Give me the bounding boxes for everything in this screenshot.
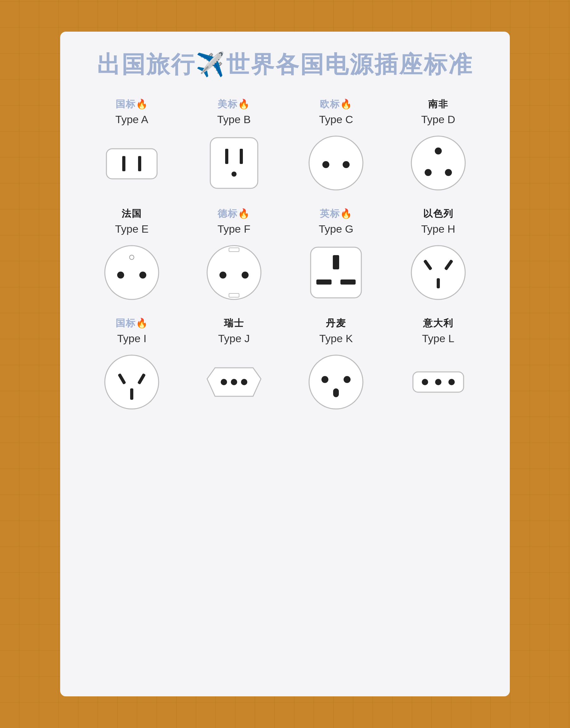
svg-rect-26 (340, 279, 356, 284)
region-h: 以色列 (423, 207, 454, 220)
svg-rect-5 (240, 149, 243, 164)
outlet-c-svg (304, 131, 368, 195)
outlet-type-c: 欧标🔥 Type C (290, 98, 382, 195)
type-i-label: Type I (117, 332, 147, 345)
svg-point-11 (435, 147, 442, 154)
svg-point-38 (309, 355, 363, 409)
main-card: 出国旅行✈️世界各国电源插座标准 国标🔥 Type A 美标🔥 Type B (60, 32, 510, 696)
outlet-a-svg (100, 131, 164, 195)
svg-point-31 (105, 355, 159, 409)
svg-point-14 (105, 246, 159, 299)
region-f: 德标🔥 (218, 207, 250, 220)
svg-point-9 (343, 161, 350, 168)
svg-point-44 (435, 379, 442, 385)
svg-point-27 (411, 246, 465, 299)
svg-point-16 (117, 271, 124, 278)
svg-point-21 (220, 271, 226, 278)
svg-point-6 (232, 171, 237, 177)
outlet-g-svg (304, 241, 368, 304)
svg-rect-0 (106, 149, 157, 179)
type-b-label: Type B (217, 113, 251, 126)
region-g: 英标🔥 (320, 207, 352, 220)
region-d: 南非 (428, 98, 449, 111)
svg-rect-25 (316, 279, 331, 284)
region-i: 国标🔥 (115, 317, 148, 330)
region-e: 法国 (121, 207, 142, 220)
svg-rect-2 (138, 156, 141, 171)
outlet-type-k: 丹麦 Type K (290, 317, 382, 414)
outlet-type-l: 意大利 Type L (392, 317, 485, 414)
outlets-grid: 国标🔥 Type A 美标🔥 Type B 欧标🔥 Type C (85, 98, 485, 414)
svg-point-13 (445, 169, 452, 176)
outlet-type-h: 以色列 Type H (392, 207, 485, 304)
outlet-e-svg (100, 241, 164, 304)
outlet-j-svg (202, 350, 266, 414)
svg-point-17 (139, 271, 146, 278)
outlet-d-svg (406, 131, 470, 195)
region-b: 美标🔥 (218, 98, 250, 111)
type-a-label: Type A (115, 113, 148, 126)
type-f-label: Type F (218, 223, 251, 235)
outlet-i-svg (100, 350, 164, 414)
outlet-k-svg (304, 350, 368, 414)
page-title: 出国旅行✈️世界各国电源插座标准 (85, 51, 485, 79)
outlet-type-g: 英标🔥 Type G (290, 207, 382, 304)
outlet-h-svg (406, 241, 470, 304)
svg-point-35 (221, 379, 227, 385)
region-l: 意大利 (423, 317, 454, 330)
svg-point-8 (322, 161, 329, 168)
outlet-type-d: 南非 Type D (392, 98, 485, 195)
outlet-f-svg (202, 241, 266, 304)
region-c: 欧标🔥 (320, 98, 352, 111)
type-j-label: Type J (218, 332, 250, 345)
svg-rect-4 (225, 149, 228, 164)
type-k-label: Type K (319, 332, 353, 345)
svg-point-18 (207, 246, 261, 299)
svg-point-40 (344, 376, 350, 383)
type-c-label: Type C (319, 113, 353, 126)
svg-rect-41 (333, 389, 339, 397)
region-j: 瑞士 (224, 317, 244, 330)
outlet-type-i: 国标🔥 Type I (85, 317, 178, 414)
svg-rect-34 (130, 389, 133, 400)
outlet-type-f: 德标🔥 Type F (188, 207, 281, 304)
svg-point-36 (231, 379, 237, 385)
svg-rect-3 (210, 138, 258, 188)
region-a: 国标🔥 (115, 98, 148, 111)
svg-rect-23 (311, 247, 361, 298)
outlet-type-j: 瑞士 Type J (188, 317, 281, 414)
svg-point-7 (309, 136, 363, 190)
svg-point-10 (411, 136, 465, 190)
svg-point-37 (241, 379, 247, 385)
svg-point-43 (422, 379, 428, 385)
type-h-label: Type H (421, 223, 456, 235)
outlet-l-svg (406, 350, 470, 414)
svg-point-39 (321, 376, 328, 383)
svg-rect-1 (122, 156, 125, 171)
outlet-b-svg (202, 131, 266, 195)
type-g-label: Type G (319, 223, 353, 235)
outlet-type-a: 国标🔥 Type A (85, 98, 178, 195)
outlet-type-b: 美标🔥 Type B (188, 98, 281, 195)
svg-point-22 (242, 271, 249, 278)
svg-rect-30 (437, 278, 440, 288)
svg-point-45 (449, 379, 455, 385)
outlet-type-e: 法国 Type E (85, 207, 178, 304)
type-e-label: Type E (115, 223, 149, 235)
svg-rect-24 (333, 255, 339, 269)
type-d-label: Type D (421, 113, 456, 126)
region-k: 丹麦 (326, 317, 346, 330)
svg-point-12 (424, 169, 432, 176)
type-l-label: Type L (422, 332, 455, 345)
